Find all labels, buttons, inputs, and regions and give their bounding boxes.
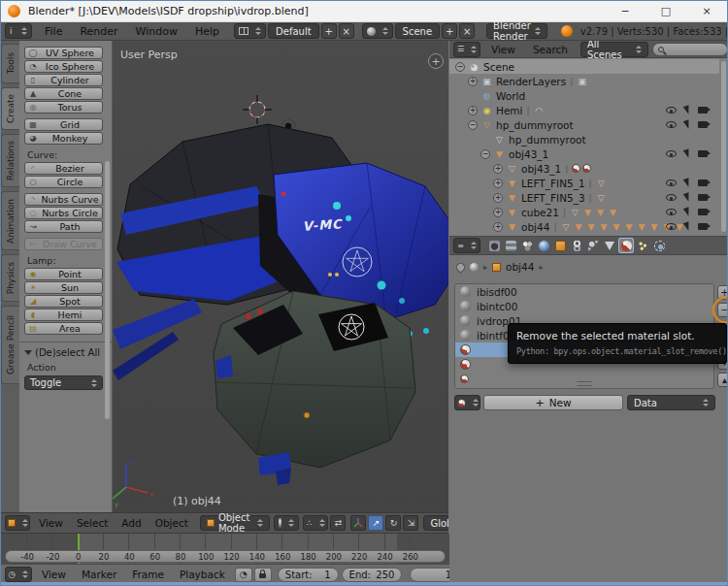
add-uv-sphere-button[interactable]: ◯UV Sphere (24, 47, 103, 59)
dropship-model[interactable]: V-MC (113, 124, 448, 485)
add-spot-button[interactable]: ◢Spot (24, 295, 103, 308)
outliner-row-RenderLayers[interactable]: +▣RenderLayers|▣ (449, 74, 719, 88)
selectability-cursor-icon[interactable] (683, 178, 691, 187)
visibility-eye-icon[interactable] (666, 194, 677, 201)
menu-search[interactable]: Search (524, 44, 577, 55)
menu-render[interactable]: Render (71, 25, 126, 38)
delete-scene-button[interactable]: × (459, 23, 475, 39)
list-resize-grip[interactable] (578, 381, 592, 386)
outliner-row-hp_dummyroot[interactable]: ▽hp_dummyroot (449, 132, 719, 146)
start-frame-field[interactable]: Start: 1 (278, 568, 339, 582)
expander-plus-icon[interactable]: + (493, 179, 503, 188)
region-expand-plus-button[interactable]: + (428, 53, 444, 69)
add-area-button[interactable]: ▤Area (24, 322, 103, 335)
menu-file[interactable]: File (36, 25, 71, 38)
expander-plus-icon[interactable]: + (493, 222, 503, 232)
visibility-eye-icon[interactable] (666, 223, 677, 230)
outliner-row-cube21[interactable]: +▼cube21|▽▼▼▼ (449, 205, 719, 219)
pivot-align-toggle-button[interactable]: ⇄ (330, 515, 346, 531)
menu-help[interactable]: Help (186, 25, 228, 38)
selectability-cursor-icon[interactable] (683, 119, 691, 129)
add-hemi-button[interactable]: ◖Hemi (24, 309, 103, 321)
screen-layout-name-field[interactable]: Default (268, 23, 319, 39)
viewport-3d[interactable]: V-MC (113, 41, 448, 512)
material-slot-ibisdf00[interactable]: ibisdf00 (455, 284, 713, 299)
selectability-cursor-icon[interactable] (683, 207, 691, 216)
outliner-row-LEFT_FIN5_3[interactable]: +▼LEFT_FIN5_3|▽ (449, 190, 719, 205)
outliner-row-obj44[interactable]: +▼obj44|▽▼▼▼▼▼▼▼▼▼ (449, 219, 719, 234)
expander-minus-icon[interactable]: − (468, 120, 478, 130)
add-cylinder-button[interactable]: ▯Cylinder (24, 74, 103, 86)
outliner-row-Hemi[interactable]: +◉Hemi|◠ (449, 103, 719, 117)
toolshelf-tab-tools[interactable]: Tools (1, 44, 19, 83)
expander-plus-icon[interactable]: + (468, 77, 478, 86)
add-nurbs-curve-button[interactable]: ◝Nurbs Curve (24, 193, 103, 206)
outliner-scrollbar[interactable] (721, 61, 726, 232)
orientation-dropdown[interactable]: Global (423, 515, 448, 531)
outliner-row-obj43_1[interactable]: −▼obj43_1 (449, 146, 719, 161)
toolshelf-tab-physics[interactable]: Physics (1, 254, 19, 302)
pin-icon[interactable] (454, 261, 467, 274)
renderability-camera-icon[interactable] (698, 209, 708, 215)
properties-tab-object-data[interactable] (602, 238, 617, 253)
end-frame-field[interactable]: End: 250 (342, 568, 403, 582)
editor-type-button[interactable]: i (5, 23, 32, 39)
menu-window[interactable]: Window (127, 25, 186, 38)
add-nurbs-circle-button[interactable]: ◌Nurbs Circle (24, 207, 103, 219)
timeline-ruler-scrollbar[interactable]: -40-200204060801001201401601802002202402… (5, 550, 446, 563)
properties-tab-world[interactable] (536, 238, 551, 253)
properties-tab-material[interactable] (618, 238, 634, 253)
add-grid-button[interactable]: ▦Grid (24, 118, 103, 131)
data-link-dropdown[interactable]: Data (627, 395, 715, 410)
selectability-cursor-icon[interactable] (683, 148, 691, 158)
visibility-eye-icon[interactable] (666, 209, 677, 215)
add-ico-sphere-button[interactable]: ◔Ico Sphere (24, 60, 103, 73)
menu-select[interactable]: Select (70, 517, 115, 529)
render-engine-dropdown[interactable]: Blender Render (486, 23, 547, 39)
menu-view[interactable]: View (32, 517, 70, 529)
lock-time-button[interactable] (254, 568, 272, 582)
display-filter-dropdown[interactable]: All Scenes (580, 42, 648, 57)
material-browse-dropdown[interactable] (454, 395, 480, 410)
properties-tab-render[interactable] (486, 238, 502, 253)
visibility-eye-icon[interactable] (666, 121, 677, 128)
renderability-camera-icon[interactable] (698, 179, 708, 186)
selectability-cursor-icon[interactable] (683, 105, 691, 114)
visibility-eye-icon[interactable] (666, 107, 677, 114)
add-bezier-button[interactable]: ◜Bezier (24, 162, 103, 175)
expander-plus-icon[interactable]: + (468, 106, 478, 115)
delete-layout-button[interactable]: × (339, 23, 354, 39)
expander-plus-icon[interactable]: + (493, 208, 503, 217)
selectability-cursor-icon[interactable] (683, 221, 691, 231)
expander-minus-icon[interactable]: − (455, 62, 465, 72)
menu-playback[interactable]: Playback (172, 569, 233, 580)
screen-layout-icon-button[interactable] (234, 23, 266, 39)
renderability-camera-icon[interactable] (698, 194, 708, 201)
outliner-search-input[interactable] (652, 43, 728, 56)
toolshelf-tab-animation[interactable]: Animation (1, 191, 19, 250)
add-layout-button[interactable]: + (321, 23, 337, 39)
outliner-row-obj43_1[interactable]: +▽obj43_1| (449, 161, 719, 176)
preview-range-button[interactable]: ◔ (235, 568, 252, 582)
expander-plus-icon[interactable]: + (493, 164, 503, 174)
add-cone-button[interactable]: ▲Cone (24, 87, 103, 100)
outliner-row-World[interactable]: ◍World (449, 88, 719, 103)
menu-view[interactable]: View (482, 44, 524, 55)
renderability-camera-icon[interactable] (698, 121, 708, 128)
action-dropdown[interactable]: Toggle (24, 375, 103, 390)
new-material-button[interactable]: + New (483, 395, 623, 410)
maximize-button[interactable]: □ (645, 1, 686, 21)
minimize-button[interactable]: ─ (605, 1, 645, 21)
renderability-camera-icon[interactable] (698, 150, 708, 157)
visibility-eye-icon[interactable] (666, 179, 677, 186)
translate-manipulator-button[interactable]: ↗ (368, 515, 383, 531)
toolshelf-tab-grease-pencil[interactable]: Grease Pencil (1, 306, 19, 384)
add-torus-button[interactable]: ◎Torus (24, 101, 103, 114)
add-sun-button[interactable]: ☀Sun (24, 281, 103, 294)
expander-plus-icon[interactable]: + (493, 193, 503, 203)
toolshelf-tab-relations[interactable]: Relations (1, 134, 19, 187)
outliner-row-hp_dummyroot[interactable]: −▽hp_dummyroot (449, 117, 719, 132)
deselect-panel-header[interactable]: (De)select All (24, 347, 112, 358)
material-slot-ibintc00[interactable]: ibintc00 (455, 299, 713, 313)
add-circle-button[interactable]: ○Circle (24, 176, 103, 188)
